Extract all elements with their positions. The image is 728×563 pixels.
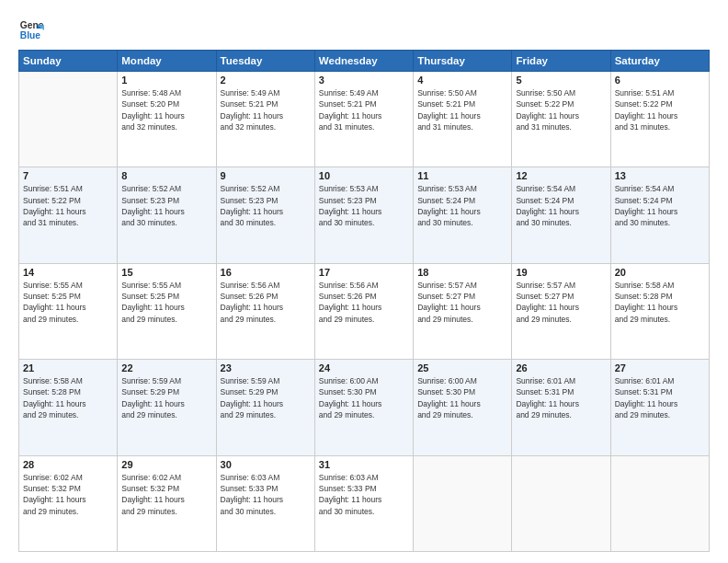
cell-info: Sunrise: 5:49 AMSunset: 5:21 PMDaylight:… — [319, 87, 409, 132]
calendar-day-header: Monday — [118, 51, 216, 72]
calendar-cell: 5Sunrise: 5:50 AMSunset: 5:22 PMDaylight… — [512, 72, 610, 167]
calendar-cell: 17Sunrise: 5:56 AMSunset: 5:26 PMDayligh… — [314, 263, 413, 359]
calendar-cell: 18Sunrise: 5:57 AMSunset: 5:27 PMDayligh… — [414, 263, 512, 359]
svg-text:Blue: Blue — [20, 30, 41, 40]
calendar-cell: 23Sunrise: 5:59 AMSunset: 5:29 PMDayligh… — [216, 360, 314, 455]
calendar-day-header: Wednesday — [314, 51, 413, 72]
cell-info: Sunrise: 5:52 AMSunset: 5:23 PMDaylight:… — [221, 183, 311, 228]
cell-info: Sunrise: 5:52 AMSunset: 5:23 PMDaylight:… — [121, 183, 211, 228]
calendar-cell: 27Sunrise: 6:01 AMSunset: 5:31 PMDayligh… — [610, 360, 709, 455]
day-number: 3 — [319, 75, 409, 86]
cell-info: Sunrise: 5:53 AMSunset: 5:24 PMDaylight:… — [417, 183, 507, 228]
day-number: 10 — [319, 170, 409, 181]
calendar-cell: 4Sunrise: 5:50 AMSunset: 5:21 PMDaylight… — [414, 72, 512, 167]
calendar-day-header: Sunday — [19, 51, 118, 72]
day-number: 2 — [221, 75, 311, 86]
calendar-cell: 8Sunrise: 5:52 AMSunset: 5:23 PMDaylight… — [118, 167, 216, 263]
day-number: 5 — [516, 75, 606, 86]
cell-info: Sunrise: 6:00 AMSunset: 5:30 PMDaylight:… — [319, 375, 409, 420]
calendar-cell: 1Sunrise: 5:48 AMSunset: 5:20 PMDaylight… — [118, 72, 216, 167]
calendar-week-row: 14Sunrise: 5:55 AMSunset: 5:25 PMDayligh… — [19, 263, 710, 359]
day-number: 12 — [516, 170, 606, 181]
calendar-cell: 30Sunrise: 6:03 AMSunset: 5:33 PMDayligh… — [216, 455, 314, 551]
cell-info: Sunrise: 5:58 AMSunset: 5:28 PMDaylight:… — [23, 375, 113, 420]
calendar-cell — [610, 455, 709, 551]
cell-info: Sunrise: 5:48 AMSunset: 5:20 PMDaylight:… — [121, 87, 211, 132]
calendar-cell: 11Sunrise: 5:53 AMSunset: 5:24 PMDayligh… — [414, 167, 512, 263]
day-number: 27 — [615, 362, 705, 373]
day-number: 20 — [615, 267, 705, 278]
day-number: 16 — [221, 267, 311, 278]
cell-info: Sunrise: 5:49 AMSunset: 5:21 PMDaylight:… — [221, 87, 311, 132]
calendar-cell: 13Sunrise: 5:54 AMSunset: 5:24 PMDayligh… — [610, 167, 709, 263]
calendar-day-header: Tuesday — [216, 51, 314, 72]
calendar-day-header: Thursday — [414, 51, 512, 72]
day-number: 24 — [319, 362, 409, 373]
cell-info: Sunrise: 5:54 AMSunset: 5:24 PMDaylight:… — [516, 183, 606, 228]
logo: General Blue — [18, 17, 48, 42]
calendar-day-header: Friday — [512, 51, 610, 72]
cell-info: Sunrise: 6:02 AMSunset: 5:32 PMDaylight:… — [121, 472, 211, 517]
cell-info: Sunrise: 6:03 AMSunset: 5:33 PMDaylight:… — [319, 472, 409, 517]
calendar-cell: 9Sunrise: 5:52 AMSunset: 5:23 PMDaylight… — [216, 167, 314, 263]
cell-info: Sunrise: 6:01 AMSunset: 5:31 PMDaylight:… — [615, 375, 705, 420]
day-number: 21 — [23, 362, 113, 373]
day-number: 17 — [319, 267, 409, 278]
day-number: 8 — [121, 170, 211, 181]
day-number: 30 — [221, 459, 311, 470]
calendar-cell: 25Sunrise: 6:00 AMSunset: 5:30 PMDayligh… — [414, 360, 512, 455]
calendar-day-header: Saturday — [610, 51, 709, 72]
day-number: 31 — [319, 459, 409, 470]
header: General Blue — [18, 17, 710, 42]
calendar-week-row: 7Sunrise: 5:51 AMSunset: 5:22 PMDaylight… — [19, 167, 710, 263]
calendar-cell — [414, 455, 512, 551]
cell-info: Sunrise: 5:50 AMSunset: 5:21 PMDaylight:… — [417, 87, 507, 132]
cell-info: Sunrise: 5:51 AMSunset: 5:22 PMDaylight:… — [23, 183, 113, 228]
calendar-cell: 14Sunrise: 5:55 AMSunset: 5:25 PMDayligh… — [19, 263, 118, 359]
calendar-cell: 28Sunrise: 6:02 AMSunset: 5:32 PMDayligh… — [19, 455, 118, 551]
day-number: 23 — [221, 362, 311, 373]
day-number: 22 — [121, 362, 211, 373]
day-number: 14 — [23, 267, 113, 278]
cell-info: Sunrise: 6:03 AMSunset: 5:33 PMDaylight:… — [221, 472, 311, 517]
day-number: 25 — [417, 362, 507, 373]
cell-info: Sunrise: 6:01 AMSunset: 5:31 PMDaylight:… — [516, 375, 606, 420]
cell-info: Sunrise: 5:50 AMSunset: 5:22 PMDaylight:… — [516, 87, 606, 132]
day-number: 15 — [121, 267, 211, 278]
calendar-cell: 7Sunrise: 5:51 AMSunset: 5:22 PMDaylight… — [19, 167, 118, 263]
day-number: 1 — [121, 75, 211, 86]
calendar-cell: 24Sunrise: 6:00 AMSunset: 5:30 PMDayligh… — [314, 360, 413, 455]
cell-info: Sunrise: 6:00 AMSunset: 5:30 PMDaylight:… — [417, 375, 507, 420]
cell-info: Sunrise: 5:51 AMSunset: 5:22 PMDaylight:… — [615, 87, 705, 132]
day-number: 19 — [516, 267, 606, 278]
day-number: 28 — [23, 459, 113, 470]
page: General Blue SundayMondayTuesdayWednesda… — [0, 0, 728, 563]
calendar-week-row: 28Sunrise: 6:02 AMSunset: 5:32 PMDayligh… — [19, 455, 710, 551]
calendar-cell: 2Sunrise: 5:49 AMSunset: 5:21 PMDaylight… — [216, 72, 314, 167]
cell-info: Sunrise: 5:53 AMSunset: 5:23 PMDaylight:… — [319, 183, 409, 228]
calendar-header-row: SundayMondayTuesdayWednesdayThursdayFrid… — [19, 51, 710, 72]
cell-info: Sunrise: 5:59 AMSunset: 5:29 PMDaylight:… — [221, 375, 311, 420]
calendar-cell: 29Sunrise: 6:02 AMSunset: 5:32 PMDayligh… — [118, 455, 216, 551]
cell-info: Sunrise: 5:56 AMSunset: 5:26 PMDaylight:… — [319, 280, 409, 325]
cell-info: Sunrise: 5:55 AMSunset: 5:25 PMDaylight:… — [121, 280, 211, 325]
calendar-cell — [19, 72, 118, 167]
cell-info: Sunrise: 5:56 AMSunset: 5:26 PMDaylight:… — [221, 280, 311, 325]
calendar-week-row: 1Sunrise: 5:48 AMSunset: 5:20 PMDaylight… — [19, 72, 710, 167]
cell-info: Sunrise: 5:54 AMSunset: 5:24 PMDaylight:… — [615, 183, 705, 228]
cell-info: Sunrise: 5:55 AMSunset: 5:25 PMDaylight:… — [23, 280, 113, 325]
calendar-cell: 12Sunrise: 5:54 AMSunset: 5:24 PMDayligh… — [512, 167, 610, 263]
calendar-cell: 6Sunrise: 5:51 AMSunset: 5:22 PMDaylight… — [610, 72, 709, 167]
cell-info: Sunrise: 6:02 AMSunset: 5:32 PMDaylight:… — [23, 472, 113, 517]
logo-icon: General Blue — [18, 17, 44, 42]
day-number: 11 — [417, 170, 507, 181]
day-number: 4 — [417, 75, 507, 86]
calendar-cell: 26Sunrise: 6:01 AMSunset: 5:31 PMDayligh… — [512, 360, 610, 455]
day-number: 9 — [221, 170, 311, 181]
cell-info: Sunrise: 5:59 AMSunset: 5:29 PMDaylight:… — [121, 375, 211, 420]
calendar-cell: 10Sunrise: 5:53 AMSunset: 5:23 PMDayligh… — [314, 167, 413, 263]
calendar-cell: 21Sunrise: 5:58 AMSunset: 5:28 PMDayligh… — [19, 360, 118, 455]
calendar-cell: 15Sunrise: 5:55 AMSunset: 5:25 PMDayligh… — [118, 263, 216, 359]
calendar-cell: 20Sunrise: 5:58 AMSunset: 5:28 PMDayligh… — [610, 263, 709, 359]
day-number: 7 — [23, 170, 113, 181]
